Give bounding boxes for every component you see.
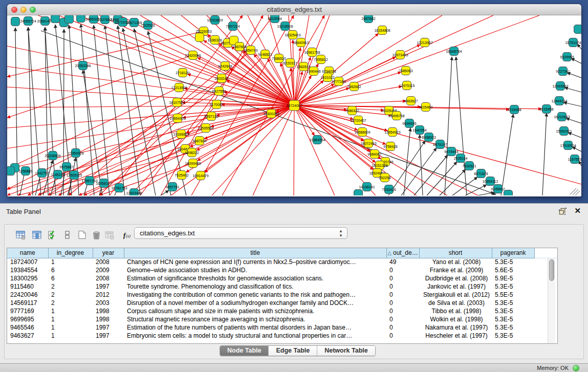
column-header-title[interactable]: title	[124, 248, 386, 258]
network-node[interactable]	[77, 15, 85, 23]
table-cell: 2008	[93, 274, 124, 282]
red-citation-edge	[294, 105, 294, 195]
network-node-label: 7533426	[382, 188, 396, 191]
network-node-label: 6879197	[433, 143, 447, 146]
zoom-window-button[interactable]	[30, 7, 36, 13]
network-node[interactable]	[574, 25, 582, 34]
tab-edge-table[interactable]: Edge Table	[269, 346, 317, 356]
table-cell: 9699695	[7, 315, 48, 323]
column-header-year[interactable]: year	[93, 248, 124, 258]
column-visibility-icon[interactable]	[30, 228, 43, 242]
minimize-window-button[interactable]	[20, 7, 27, 13]
column-header-in_degree[interactable]: in_degree	[48, 248, 93, 258]
table-row[interactable]: 1872400712008Changes of HCN gene express…	[7, 258, 558, 266]
network-node[interactable]	[51, 15, 60, 23]
column-header-pagerank[interactable]: pagerank	[492, 248, 534, 258]
network-node-label: 12213967	[417, 41, 432, 45]
column-header-short[interactable]: short	[419, 248, 492, 258]
network-node-label: 10688609	[354, 130, 370, 134]
network-node-label: 2687682	[361, 17, 375, 20]
network-node[interactable]	[7, 167, 15, 176]
table-cell: 9465546	[7, 323, 48, 332]
table-row[interactable]: 2242004622012Investigating the contribut…	[7, 291, 558, 299]
close-window-button[interactable]	[11, 7, 17, 13]
network-node[interactable]	[65, 15, 74, 24]
table-row[interactable]: 1456911722003Disruption of a novel membe…	[7, 299, 558, 307]
network-node-label: 8471876	[474, 172, 488, 176]
table-row[interactable]: 1938455462009Genome–wide association stu…	[7, 266, 558, 274]
table-cell: 9777169	[7, 307, 48, 315]
new-column-icon[interactable]	[75, 228, 89, 242]
table-display-icon[interactable]	[61, 228, 74, 242]
svg-text:(x): (x)	[126, 234, 130, 238]
network-node-label: 16033809	[207, 18, 223, 22]
table-cell: Tibbo et al. (1998)	[419, 307, 492, 315]
table-row[interactable]: 946362711997Embryonic stem cells: a mode…	[7, 332, 558, 340]
network-node[interactable]	[195, 33, 204, 42]
table-type-tabs: Node TableEdge TableNetwork Table	[220, 345, 376, 356]
table-source-value: citations_edges.txt	[140, 229, 195, 237]
black-citation-edge	[542, 113, 547, 195]
memory-status-label: Memory: OK	[537, 365, 569, 371]
black-citation-edge	[567, 73, 581, 78]
network-node[interactable]	[354, 190, 363, 196]
tab-network-table[interactable]: Network Table	[317, 346, 375, 356]
network-node-label: 9687834	[192, 139, 206, 143]
table-row[interactable]: 911546021997Tourette syndrome. Phenomeno…	[7, 282, 558, 291]
resize-grip-icon	[573, 189, 578, 195]
table-cell: de Silva et al. (2003)	[419, 299, 492, 307]
table-row[interactable]: 969969511998Structural magnetic resonanc…	[7, 315, 558, 323]
delete-column-icon[interactable]	[90, 228, 103, 242]
column-header-name[interactable]: name	[7, 248, 48, 258]
black-citation-edge	[566, 118, 581, 123]
black-citation-edge	[572, 147, 581, 151]
tab-node-table[interactable]: Node Table	[220, 346, 269, 356]
network-node-label: 18325419	[285, 33, 300, 37]
window-titlebar[interactable]: citations_edges.txt	[7, 4, 581, 15]
network-node-label: 12923448	[126, 191, 142, 195]
table-cell: Genome–wide association studies in ADHD.	[124, 266, 386, 274]
table-cell: 2008	[93, 258, 124, 266]
table-cell: Estimation of the future numbers of pati…	[124, 323, 386, 332]
close-panel-icon[interactable]: ✕	[574, 206, 581, 215]
network-node-label: 8220317	[283, 61, 297, 65]
red-citation-edge	[219, 43, 294, 105]
network-canvas[interactable]: 2405572420691406106532571527602646616010…	[7, 15, 581, 195]
table-row[interactable]: 977716911998Corpus callosum shape and si…	[7, 307, 558, 315]
network-node[interactable]	[11, 17, 20, 26]
table-panel: Table Panel ✕ f(x) citations_edges.txt ▲…	[0, 203, 588, 363]
network-node-label: 9756928	[383, 145, 397, 148]
network-node-label: 2935114	[454, 157, 468, 160]
table-subpanel: f(x) citations_edges.txt ▲▼ namein_degre…	[4, 224, 584, 359]
network-node[interactable]	[504, 190, 513, 196]
network-node-label: 7485063	[399, 69, 412, 73]
network-node-label: 3215958	[507, 108, 521, 112]
table-cell: 2	[48, 291, 93, 299]
table-cell: 0	[386, 291, 419, 299]
table-row[interactable]: 946554611997Estimation of the future num…	[7, 323, 558, 332]
network-node-label: 9857791	[165, 185, 179, 189]
network-node-label: 2367608	[232, 45, 246, 49]
network-node-label: 9777169	[332, 80, 345, 83]
table-cell: 0	[386, 307, 419, 315]
network-node-label: 2718120	[176, 71, 189, 75]
network-node-label: 8186328	[208, 38, 222, 42]
table-source-dropdown[interactable]: citations_edges.txt ▲▼	[134, 227, 347, 239]
table-cell: Tourette syndrome. Phenomenology and cla…	[124, 282, 386, 291]
table-row[interactable]: 1830029562008Estimation of significance …	[7, 274, 558, 282]
column-header-out_de[interactable]: △out_de…	[386, 248, 419, 258]
new-column-icon	[77, 230, 87, 239]
row-selection-icon[interactable]	[46, 228, 59, 242]
float-panel-icon[interactable]	[559, 208, 567, 215]
table-cell: Hescheler et al. (1997)	[419, 332, 492, 340]
network-node-label: 17957253	[81, 179, 97, 183]
table-scrollbar-thumb[interactable]	[549, 259, 554, 281]
network-node-label: 16154808	[374, 29, 390, 32]
network-node-label: 19384554	[309, 138, 325, 142]
network-node-label: 16961758	[304, 51, 320, 54]
table-cell: 2	[48, 299, 93, 307]
table-scrollbar[interactable]	[548, 258, 555, 344]
table-cell: 1997	[93, 332, 124, 340]
table-mode-icon[interactable]	[14, 228, 27, 242]
function-builder-icon[interactable]: f(x)	[120, 228, 134, 242]
